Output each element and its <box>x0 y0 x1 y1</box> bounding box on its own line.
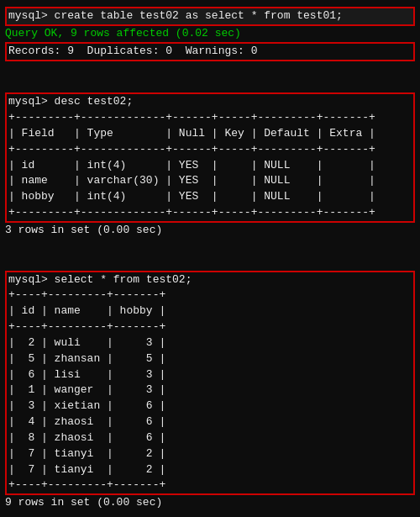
desc-block: mysql> desc test02;+---------+----------… <box>5 92 415 223</box>
ssep1: +----+---------+-------+ <box>8 288 412 303</box>
t1r1: | id | int(4) | YES | | NULL | | <box>8 158 412 174</box>
sr2: | 5 | zhansan | 5 | <box>8 351 412 367</box>
terminal: mysql> create table test02 as select * f… <box>5 7 415 510</box>
rows1-line: 3 rows in set (0.00 sec) <box>5 223 415 239</box>
cmd3-line: mysql> select * from test02; <box>8 272 412 288</box>
rows2-line: 9 rows in set (0.00 sec) <box>5 495 415 511</box>
blank2 <box>5 256 12 268</box>
t1sep3: +---------+-------------+------+-----+--… <box>8 205 412 221</box>
cmd1-line: mysql> create table test02 as select * f… <box>5 7 415 26</box>
t1sep2: +---------+-------------+------+-----+--… <box>8 142 412 158</box>
t1hdr: | Field | Type | Null | Key | Default | … <box>8 126 412 142</box>
sr3: | 6 | lisi | 3 | <box>8 367 412 383</box>
ssep3: +----+---------+-------+ <box>8 477 412 493</box>
records1-line: Records: 9 Duplicates: 0 Warnings: 0 <box>5 42 415 61</box>
t1r2: | name | varchar(30) | YES | | NULL | | <box>8 173 412 189</box>
sr9: | 7 | tianyi | 2 | <box>8 462 412 478</box>
shdr: | id | name | hobby | <box>8 303 412 319</box>
ok1-line: Query OK, 9 rows affected (0.02 sec) <box>5 26 415 42</box>
sr4: | 1 | wanger | 3 | <box>8 382 412 398</box>
ssep2: +----+---------+-------+ <box>8 319 412 335</box>
sr8: | 7 | tianyi | 2 | <box>8 446 412 462</box>
sr5: | 3 | xietian | 6 | <box>8 398 412 414</box>
sr1: | 2 | wuli | 3 | <box>8 335 412 351</box>
select-block: mysql> select * from test02;+----+------… <box>5 271 415 496</box>
t1r3: | hobby | int(4) | YES | | NULL | | <box>8 189 412 205</box>
t1sep1: +---------+-------------+------+-----+--… <box>8 110 412 126</box>
sr6: | 4 | zhaosi | 6 | <box>8 414 412 430</box>
sr7: | 8 | zhaosi | 6 | <box>8 430 412 446</box>
cmd2-line: mysql> desc test02; <box>8 94 412 110</box>
